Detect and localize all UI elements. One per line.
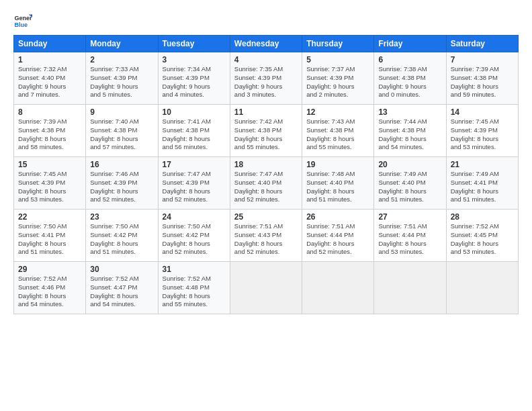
day-detail: Sunrise: 7:42 AMSunset: 4:38 PMDaylight:… [234, 118, 283, 150]
day-detail: Sunrise: 7:50 AMSunset: 4:42 PMDaylight:… [163, 222, 211, 255]
svg-text:General: General [14, 15, 32, 21]
calendar-cell: 12 Sunrise: 7:43 AMSunset: 4:38 PMDaylig… [302, 105, 374, 157]
day-number: 8 [18, 107, 81, 117]
day-detail: Sunrise: 7:34 AMSunset: 4:39 PMDaylight:… [163, 65, 211, 98]
day-number: 11 [234, 107, 298, 117]
day-detail: Sunrise: 7:43 AMSunset: 4:38 PMDaylight:… [306, 118, 355, 150]
calendar-cell: 17 Sunrise: 7:47 AMSunset: 4:39 PMDaylig… [158, 157, 230, 210]
day-detail: Sunrise: 7:45 AMSunset: 4:39 PMDaylight:… [18, 170, 66, 203]
calendar-week-3: 15 Sunrise: 7:45 AMSunset: 4:39 PMDaylig… [14, 157, 519, 210]
weekday-header-saturday: Saturday [446, 36, 518, 52]
day-number: 15 [18, 160, 81, 169]
day-number: 9 [90, 107, 153, 117]
calendar-cell: 26 Sunrise: 7:51 AMSunset: 4:44 PMDaylig… [302, 210, 374, 262]
day-number: 31 [163, 265, 226, 274]
calendar-cell: 27 Sunrise: 7:51 AMSunset: 4:44 PMDaylig… [374, 210, 446, 262]
day-detail: Sunrise: 7:49 AMSunset: 4:41 PMDaylight:… [451, 170, 499, 203]
day-detail: Sunrise: 7:52 AMSunset: 4:45 PMDaylight:… [451, 222, 499, 255]
calendar-cell: 28 Sunrise: 7:52 AMSunset: 4:45 PMDaylig… [446, 210, 518, 262]
calendar-cell: 13 Sunrise: 7:44 AMSunset: 4:38 PMDaylig… [374, 105, 446, 157]
day-detail: Sunrise: 7:50 AMSunset: 4:41 PMDaylight:… [18, 222, 66, 255]
day-detail: Sunrise: 7:38 AMSunset: 4:38 PMDaylight:… [378, 65, 427, 98]
calendar-cell: 23 Sunrise: 7:50 AMSunset: 4:42 PMDaylig… [86, 210, 158, 262]
day-detail: Sunrise: 7:49 AMSunset: 4:40 PMDaylight:… [378, 170, 427, 203]
day-number: 25 [234, 212, 298, 222]
calendar-body: 1 Sunrise: 7:32 AMSunset: 4:40 PMDayligh… [14, 52, 519, 314]
svg-text:Blue: Blue [14, 21, 28, 28]
page-container: General Blue SundayMondayTuesdayWednesda… [0, 0, 532, 321]
calendar-cell: 29 Sunrise: 7:52 AMSunset: 4:46 PMDaylig… [14, 262, 86, 314]
calendar-cell: 18 Sunrise: 7:47 AMSunset: 4:40 PMDaylig… [230, 157, 302, 210]
calendar-cell: 7 Sunrise: 7:39 AMSunset: 4:38 PMDayligh… [446, 52, 518, 105]
day-number: 27 [378, 212, 441, 222]
weekday-header-tuesday: Tuesday [158, 36, 230, 52]
day-detail: Sunrise: 7:51 AMSunset: 4:44 PMDaylight:… [306, 222, 355, 255]
day-number: 10 [163, 107, 226, 117]
day-number: 29 [18, 265, 81, 274]
calendar-cell: 5 Sunrise: 7:37 AMSunset: 4:39 PMDayligh… [302, 52, 374, 105]
calendar-cell [446, 262, 518, 314]
day-number: 30 [90, 265, 153, 274]
logo-icon: General Blue [13, 11, 32, 30]
day-number: 22 [18, 212, 81, 222]
day-number: 23 [90, 212, 153, 222]
calendar-table: SundayMondayTuesdayWednesdayThursdayFrid… [13, 35, 519, 314]
calendar-cell: 11 Sunrise: 7:42 AMSunset: 4:38 PMDaylig… [230, 105, 302, 157]
calendar-cell: 1 Sunrise: 7:32 AMSunset: 4:40 PMDayligh… [14, 52, 86, 105]
day-detail: Sunrise: 7:40 AMSunset: 4:38 PMDaylight:… [90, 118, 138, 150]
weekday-header-thursday: Thursday [302, 36, 374, 52]
day-detail: Sunrise: 7:39 AMSunset: 4:38 PMDaylight:… [451, 65, 499, 98]
day-number: 17 [163, 160, 226, 169]
calendar-cell [302, 262, 374, 314]
logo: General Blue [13, 11, 34, 30]
day-number: 13 [378, 107, 441, 117]
day-detail: Sunrise: 7:47 AMSunset: 4:39 PMDaylight:… [163, 170, 211, 203]
day-detail: Sunrise: 7:45 AMSunset: 4:39 PMDaylight:… [451, 118, 499, 150]
day-detail: Sunrise: 7:51 AMSunset: 4:44 PMDaylight:… [378, 222, 427, 255]
weekday-header-friday: Friday [374, 36, 446, 52]
calendar-cell: 31 Sunrise: 7:52 AMSunset: 4:48 PMDaylig… [158, 262, 230, 314]
calendar-week-2: 8 Sunrise: 7:39 AMSunset: 4:38 PMDayligh… [14, 105, 519, 157]
calendar-cell: 2 Sunrise: 7:33 AMSunset: 4:39 PMDayligh… [86, 52, 158, 105]
calendar-cell: 8 Sunrise: 7:39 AMSunset: 4:38 PMDayligh… [14, 105, 86, 157]
calendar-cell: 21 Sunrise: 7:49 AMSunset: 4:41 PMDaylig… [446, 157, 518, 210]
day-number: 3 [163, 55, 226, 64]
day-number: 2 [90, 55, 153, 64]
day-number: 21 [451, 160, 514, 169]
day-detail: Sunrise: 7:44 AMSunset: 4:38 PMDaylight:… [378, 118, 427, 150]
day-detail: Sunrise: 7:37 AMSunset: 4:39 PMDaylight:… [306, 65, 355, 98]
calendar-cell: 19 Sunrise: 7:48 AMSunset: 4:40 PMDaylig… [302, 157, 374, 210]
calendar-week-4: 22 Sunrise: 7:50 AMSunset: 4:41 PMDaylig… [14, 210, 519, 262]
calendar-cell: 9 Sunrise: 7:40 AMSunset: 4:38 PMDayligh… [86, 105, 158, 157]
day-detail: Sunrise: 7:50 AMSunset: 4:42 PMDaylight:… [90, 222, 138, 255]
calendar-cell: 22 Sunrise: 7:50 AMSunset: 4:41 PMDaylig… [14, 210, 86, 262]
calendar-cell [230, 262, 302, 314]
weekday-header-monday: Monday [86, 36, 158, 52]
day-detail: Sunrise: 7:52 AMSunset: 4:48 PMDaylight:… [163, 275, 211, 308]
calendar-cell: 25 Sunrise: 7:51 AMSunset: 4:43 PMDaylig… [230, 210, 302, 262]
day-number: 5 [306, 55, 369, 64]
calendar-cell: 20 Sunrise: 7:49 AMSunset: 4:40 PMDaylig… [374, 157, 446, 210]
day-number: 14 [451, 107, 514, 117]
calendar-cell: 10 Sunrise: 7:41 AMSunset: 4:38 PMDaylig… [158, 105, 230, 157]
day-detail: Sunrise: 7:41 AMSunset: 4:38 PMDaylight:… [163, 118, 211, 150]
day-detail: Sunrise: 7:47 AMSunset: 4:40 PMDaylight:… [234, 170, 283, 203]
day-number: 6 [378, 55, 441, 64]
calendar-cell: 6 Sunrise: 7:38 AMSunset: 4:38 PMDayligh… [374, 52, 446, 105]
day-detail: Sunrise: 7:52 AMSunset: 4:47 PMDaylight:… [90, 275, 138, 308]
calendar-cell: 16 Sunrise: 7:46 AMSunset: 4:39 PMDaylig… [86, 157, 158, 210]
calendar-cell: 14 Sunrise: 7:45 AMSunset: 4:39 PMDaylig… [446, 105, 518, 157]
day-detail: Sunrise: 7:39 AMSunset: 4:38 PMDaylight:… [18, 118, 66, 150]
day-number: 7 [451, 55, 514, 64]
day-number: 18 [234, 160, 298, 169]
day-detail: Sunrise: 7:35 AMSunset: 4:39 PMDaylight:… [234, 65, 283, 98]
calendar-cell: 3 Sunrise: 7:34 AMSunset: 4:39 PMDayligh… [158, 52, 230, 105]
page-header: General Blue [13, 11, 519, 30]
calendar-cell: 24 Sunrise: 7:50 AMSunset: 4:42 PMDaylig… [158, 210, 230, 262]
calendar-cell: 30 Sunrise: 7:52 AMSunset: 4:47 PMDaylig… [86, 262, 158, 314]
day-number: 20 [378, 160, 441, 169]
weekday-header-sunday: Sunday [14, 36, 86, 52]
day-number: 12 [306, 107, 369, 117]
day-detail: Sunrise: 7:46 AMSunset: 4:39 PMDaylight:… [90, 170, 138, 203]
day-detail: Sunrise: 7:51 AMSunset: 4:43 PMDaylight:… [234, 222, 283, 255]
